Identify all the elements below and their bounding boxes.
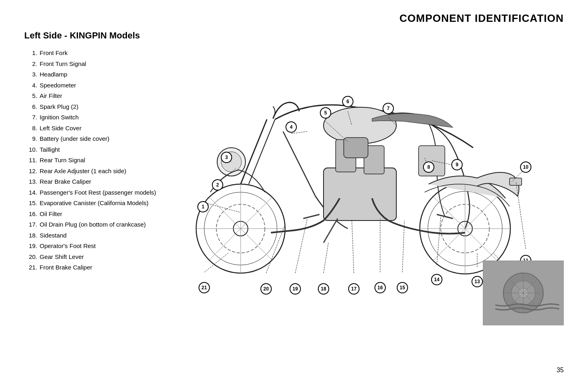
detail-thumbnail xyxy=(483,261,564,325)
svg-line-25 xyxy=(241,229,272,260)
component-list-item: 18.Sidestand xyxy=(24,231,170,240)
svg-line-56 xyxy=(295,218,307,273)
component-list-item: 9.Battery (under side cover) xyxy=(24,134,170,144)
svg-line-16 xyxy=(303,214,319,218)
component-list: 1.Front Fork2.Front Turn Signal3.Headlam… xyxy=(24,49,170,274)
component-list-item: 15.Evaporative Canister (California Mode… xyxy=(24,199,170,208)
svg-line-54 xyxy=(352,221,354,273)
svg-line-33 xyxy=(465,229,497,260)
svg-line-55 xyxy=(324,243,328,273)
page-title: COMPONENT IDENTIFICATION xyxy=(400,12,564,25)
component-list-item: 20.Gear Shift Lever xyxy=(24,252,170,262)
svg-line-41 xyxy=(291,131,307,134)
svg-line-32 xyxy=(434,197,465,229)
component-list-item: 13.Rear Brake Caliper xyxy=(24,177,170,187)
component-list-item: 16.Oil Filter xyxy=(24,210,170,219)
section-title: Left Side - KINGPIN Models xyxy=(24,30,140,41)
svg-line-24 xyxy=(209,197,241,229)
svg-line-15 xyxy=(324,218,338,243)
svg-line-6 xyxy=(241,119,267,184)
component-list-item: 10.Taillight xyxy=(24,145,170,155)
svg-rect-36 xyxy=(344,138,368,158)
component-list-item: 2.Front Turn Signal xyxy=(24,59,170,69)
svg-rect-14 xyxy=(510,178,522,185)
component-list-item: 11.Rear Turn Signal xyxy=(24,156,170,165)
component-list-item: 3.Headlamp xyxy=(24,70,170,79)
component-list-item: 19.Operator's Foot Rest xyxy=(24,242,170,251)
svg-line-27 xyxy=(241,197,272,229)
svg-rect-37 xyxy=(419,146,445,176)
component-list-item: 17.Oil Drain Plug (on bottom of crankcas… xyxy=(24,220,170,229)
component-list-item: 7.Ignition Switch xyxy=(24,113,170,122)
svg-rect-9 xyxy=(324,168,396,221)
component-list-item: 8.Left Side Cover xyxy=(24,124,170,133)
svg-line-52 xyxy=(402,221,404,272)
component-list-item: 21.Front Brake Caliper xyxy=(24,263,170,272)
svg-line-51 xyxy=(437,216,441,265)
page-number: 35 xyxy=(556,367,564,374)
component-list-item: 14.Passenger's Foot Rest (passenger mode… xyxy=(24,188,170,197)
component-list-item: 1.Front Fork xyxy=(24,49,170,58)
component-list-item: 12.Rear Axle Adjuster (1 each side) xyxy=(24,167,170,176)
component-list-item: 5.Air Filter xyxy=(24,91,170,101)
component-list-item: 4.Speedometer xyxy=(24,81,170,90)
component-list-item: 6.Spark Plug (2) xyxy=(24,102,170,112)
svg-line-26 xyxy=(209,229,241,260)
svg-line-7 xyxy=(249,119,275,184)
svg-line-48 xyxy=(516,182,526,249)
